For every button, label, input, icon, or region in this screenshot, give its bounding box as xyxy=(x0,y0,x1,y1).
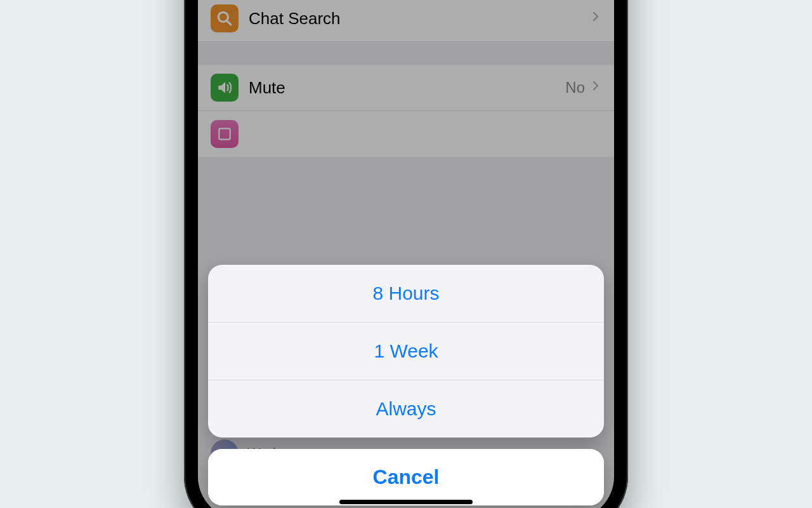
action-sheet: 8 Hours 1 Week Always Cancel xyxy=(208,265,604,505)
app-screen: Chat Search Mute xyxy=(198,0,614,508)
action-sheet-options: 8 Hours 1 Week Always xyxy=(208,265,604,438)
action-sheet-cancel-group: Cancel xyxy=(208,449,604,505)
mute-option-8-hours[interactable]: 8 Hours xyxy=(208,265,604,322)
phone-frame: Chat Search Mute xyxy=(184,0,628,508)
mute-option-always[interactable]: Always xyxy=(208,380,604,438)
mute-option-1-week[interactable]: 1 Week xyxy=(208,322,604,380)
home-indicator[interactable] xyxy=(339,500,473,504)
canvas: Chat Search Mute xyxy=(0,0,812,508)
phone-screen: Chat Search Mute xyxy=(198,0,614,508)
cancel-button[interactable]: Cancel xyxy=(208,449,604,505)
